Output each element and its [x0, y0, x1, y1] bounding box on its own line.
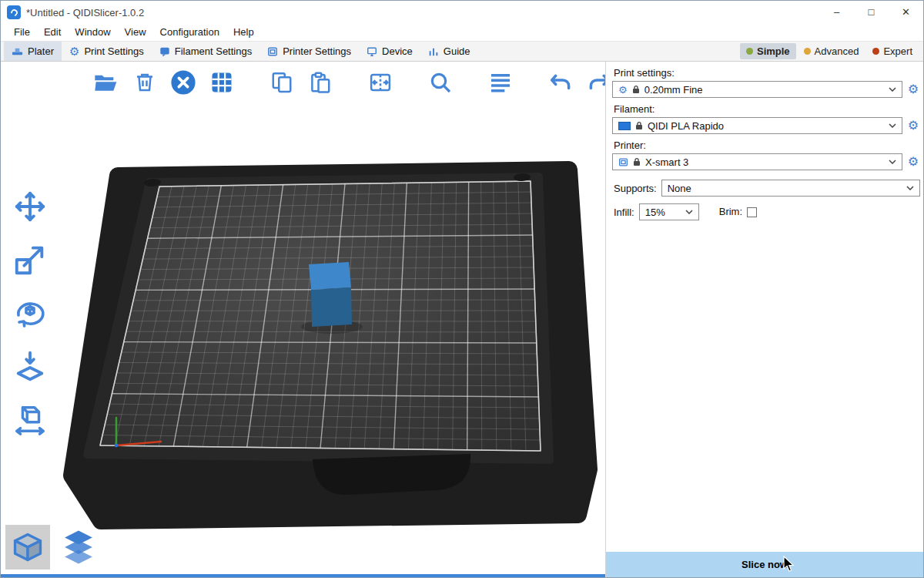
- chevron-down-icon: [906, 186, 914, 190]
- brim-label: Brim:: [719, 206, 742, 217]
- folder-open-icon: [94, 72, 119, 93]
- mode-advanced[interactable]: Advanced: [798, 43, 865, 59]
- tab-device[interactable]: Device: [359, 42, 420, 61]
- open-file-button[interactable]: [92, 68, 121, 97]
- minimize-button[interactable]: –: [819, 1, 854, 24]
- mode-simple[interactable]: Simple: [740, 43, 796, 59]
- print-settings-value: 0.20mm Fine: [644, 84, 703, 96]
- scale-tool-button[interactable]: [10, 240, 50, 280]
- plater-icon: [12, 45, 23, 57]
- undo-button[interactable]: [546, 68, 575, 97]
- viewport-toolbar: [92, 68, 606, 97]
- edit-filament-button[interactable]: ⚙: [906, 119, 920, 132]
- infill-combo[interactable]: 15%: [639, 203, 699, 220]
- print-settings-label: Print settings:: [614, 67, 920, 79]
- chevron-down-icon: [889, 87, 896, 92]
- printer-label: Printer:: [614, 139, 920, 151]
- tab-device-label: Device: [382, 45, 413, 57]
- layers-list-icon: [488, 70, 513, 95]
- chevron-down-icon: [685, 210, 693, 214]
- move-icon: [12, 189, 48, 224]
- lock-icon: [632, 85, 640, 94]
- rotate-tool-button[interactable]: [10, 293, 50, 333]
- arrange-grid-icon: [210, 71, 233, 94]
- tab-plater[interactable]: Plater: [4, 42, 62, 61]
- mode-expert-label: Expert: [883, 45, 912, 57]
- variable-layer-height-button[interactable]: [486, 68, 515, 97]
- tab-printer-settings[interactable]: Printer Settings: [259, 42, 359, 61]
- tab-guide[interactable]: Guide: [420, 42, 478, 61]
- tab-print-settings[interactable]: ⚙ Print Settings: [62, 42, 152, 61]
- mode-expert[interactable]: Expert: [866, 43, 919, 59]
- tab-filament-settings[interactable]: Filament Settings: [152, 42, 259, 61]
- gear-icon: ⚙: [908, 119, 919, 132]
- menu-help[interactable]: Help: [226, 24, 261, 41]
- close-button[interactable]: ✕: [889, 1, 923, 24]
- menu-view[interactable]: View: [118, 24, 153, 41]
- search-button[interactable]: [426, 68, 455, 97]
- move-tool-button[interactable]: [10, 187, 50, 227]
- preview-layers-view-button[interactable]: [56, 525, 101, 570]
- 3d-editor-view-button[interactable]: [5, 525, 50, 570]
- gear-icon: ⚙: [908, 82, 919, 96]
- infill-label: Infill:: [614, 207, 634, 218]
- tab-plater-label: Plater: [28, 45, 54, 57]
- settings-panel: Print settings: ⚙ 0.20mm Fine ⚙ Filament…: [606, 62, 923, 577]
- lock-icon: [635, 121, 643, 130]
- place-on-face-tool-button[interactable]: [10, 346, 50, 386]
- copy-icon: [270, 71, 293, 94]
- printer-settings-icon: [267, 46, 278, 57]
- delete-all-button[interactable]: [169, 68, 198, 97]
- simple-mode-dot-icon: [746, 48, 753, 55]
- measure-tool-button[interactable]: [10, 399, 50, 439]
- mode-simple-label: Simple: [757, 45, 790, 57]
- copy-button[interactable]: [267, 68, 296, 97]
- view-switch: [5, 525, 101, 570]
- print-settings-combo[interactable]: ⚙ 0.20mm Fine: [612, 81, 902, 98]
- gear-icon: ⚙: [908, 155, 919, 168]
- scale-icon: [12, 242, 48, 277]
- supports-value: None: [668, 183, 691, 194]
- redo-button[interactable]: [584, 68, 606, 97]
- print-bed-scene[interactable]: [1, 62, 606, 577]
- delete-all-icon: [170, 69, 196, 96]
- chevron-down-icon: [889, 160, 896, 164]
- infill-value: 15%: [645, 207, 665, 218]
- title-bar: *Untitled - QIDISlicer-1.0.2 – □ ✕: [1, 1, 923, 24]
- menu-configuration[interactable]: Configuration: [153, 24, 226, 41]
- mode-advanced-label: Advanced: [815, 45, 859, 57]
- arrange-button[interactable]: [207, 68, 236, 97]
- device-icon: [367, 46, 377, 57]
- edit-printer-button[interactable]: ⚙: [906, 156, 920, 168]
- printer-combo[interactable]: X-smart 3: [612, 153, 902, 170]
- filament-icon: [159, 46, 170, 57]
- printer-icon: [618, 157, 628, 167]
- app-logo-icon: [7, 5, 21, 19]
- paste-button[interactable]: [306, 68, 335, 97]
- tab-guide-label: Guide: [444, 45, 470, 57]
- slice-now-button[interactable]: Slice now: [606, 552, 923, 577]
- lock-icon: [633, 157, 641, 166]
- place-on-face-icon: [12, 348, 48, 384]
- menu-file[interactable]: File: [7, 24, 37, 41]
- measure-icon: [12, 402, 48, 437]
- supports-label: Supports:: [614, 183, 657, 194]
- tab-bar: Plater ⚙ Print Settings Filament Setting…: [1, 41, 923, 62]
- menu-window[interactable]: Window: [68, 24, 117, 41]
- maximize-button[interactable]: □: [854, 1, 889, 24]
- brim-checkbox[interactable]: [747, 207, 757, 217]
- main-area: Print settings: ⚙ 0.20mm Fine ⚙ Filament…: [1, 62, 923, 577]
- supports-combo[interactable]: None: [661, 180, 920, 197]
- edit-print-settings-button[interactable]: ⚙: [906, 83, 920, 96]
- menu-edit[interactable]: Edit: [37, 24, 68, 41]
- delete-button[interactable]: [130, 68, 159, 97]
- advanced-mode-dot-icon: [804, 48, 811, 55]
- filament-color-swatch: [618, 122, 631, 130]
- split-objects-button[interactable]: [366, 68, 395, 97]
- split-icon: [369, 71, 392, 94]
- 3d-view-cube-icon: [11, 530, 45, 564]
- 3d-viewport[interactable]: [1, 62, 606, 577]
- filament-combo[interactable]: QIDI PLA Rapido: [612, 117, 902, 134]
- model-cube[interactable]: [309, 262, 352, 327]
- redo-icon: [586, 71, 606, 94]
